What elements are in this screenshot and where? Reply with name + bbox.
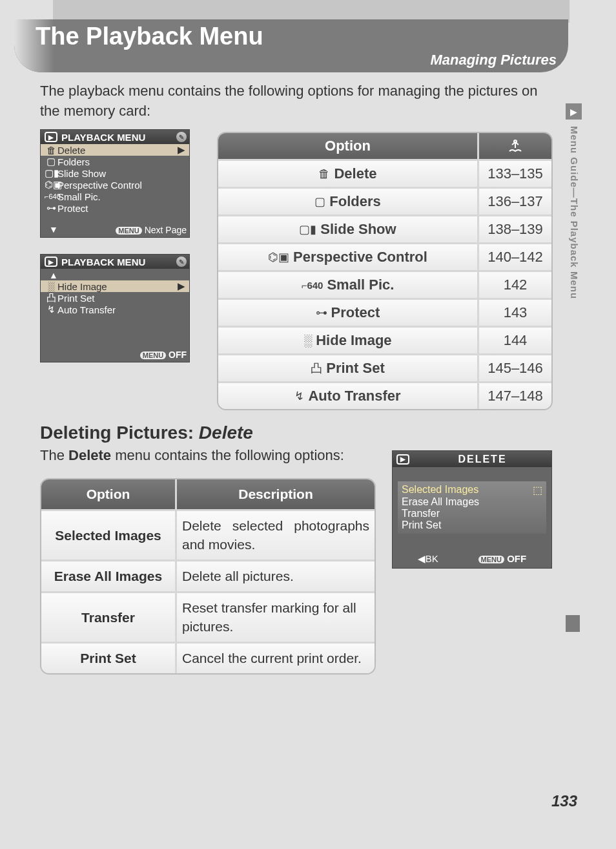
side-tab-label: Menu Guide—The Playback Menu xyxy=(567,126,580,299)
lcd1-foot-text: Next Page xyxy=(145,225,187,235)
lcd2-item-autotransfer[interactable]: ↯Auto Transfer xyxy=(41,304,189,315)
folder-icon: ▢ xyxy=(45,156,57,167)
opt-pages: 142 xyxy=(479,272,551,298)
hide-icon: ░ xyxy=(303,334,312,348)
t: Delete xyxy=(68,447,111,463)
chevron-right-icon: ▶ xyxy=(178,280,185,292)
del-desc: Cancel the current print or­der. xyxy=(177,644,375,673)
table-row: ⌐640Small Pic.142 xyxy=(218,270,551,298)
lcd2-titlebar: PLAYBACK MENU ✎ xyxy=(41,255,189,269)
lcd1-item-label: Protect xyxy=(57,203,88,214)
wrench-icon: ✎ xyxy=(176,132,187,142)
protect-icon: ⊶ xyxy=(316,306,327,320)
table-row: ⌬▣Perspective Control140–142 xyxy=(218,242,551,270)
playback-icon xyxy=(396,454,409,465)
table-row: TransferReset transfer marking for all p… xyxy=(41,591,375,642)
off-label: OFF xyxy=(507,553,526,564)
smallpic-icon: ⌐640 xyxy=(302,280,323,291)
chevron-down-icon: ▼ xyxy=(49,224,58,235)
back-label: ◀BK xyxy=(418,553,438,565)
lcd1-item-protect[interactable]: ⊶Protect xyxy=(41,202,189,214)
lcd-playback-1: PLAYBACK MENU ✎ 🗑 Delete ▶ ▢Folders ▢▮Sl… xyxy=(40,129,190,238)
chevron-right-icon: ▶ xyxy=(178,144,185,156)
opt-pages: 144 xyxy=(479,328,551,353)
opt-label: Small Pic. xyxy=(327,277,394,293)
section-heading-prefix: Deleting Pictures: xyxy=(40,423,199,443)
table-row: 🗑Delete133–135 xyxy=(218,159,551,187)
table-row: ▢Folders136–137 xyxy=(218,187,551,215)
del-opt: Transfer xyxy=(41,593,177,642)
menu-pill: MENU xyxy=(478,556,504,563)
lcd1-item-label: Perspective Control xyxy=(57,180,142,191)
smallpic-icon: ⌐640 xyxy=(45,193,57,200)
lcd3-titlebar: DELETE xyxy=(393,451,551,467)
lcd3-item-erase-all[interactable]: Erase All Images xyxy=(402,496,542,508)
protect-icon: ⊶ xyxy=(45,202,57,214)
opt-pages: 133–135 xyxy=(479,161,551,187)
del-opt: Erase All Images xyxy=(41,561,177,591)
lcd2-item-printset[interactable]: 凸Print Set xyxy=(41,292,189,304)
table-row: Print SetCancel the current print or­der… xyxy=(41,642,375,673)
lcd3-item-label: Selected Images xyxy=(402,484,478,496)
lcd-delete: DELETE Selected Images⬚ Erase All Images… xyxy=(392,450,552,569)
hide-icon: ░ xyxy=(45,281,57,292)
perspective-icon: ⌬▣ xyxy=(268,250,289,264)
opt-label: Delete xyxy=(334,165,376,182)
lcd3-item-selected-images[interactable]: Selected Images⬚ xyxy=(402,484,542,496)
thumb-tab xyxy=(566,615,580,632)
lcd3-item-label: Erase All Images xyxy=(402,496,479,508)
opt-label: Folders xyxy=(329,193,380,210)
playback-icon xyxy=(45,257,57,267)
lcd3-body: Selected Images⬚ Erase All Images Transf… xyxy=(398,481,546,534)
playback-icon: ▶ xyxy=(566,103,582,120)
lcd2-item-hideimage[interactable]: ░ Hide Image ▶ xyxy=(41,280,189,292)
opt-label: Perspective Control xyxy=(293,249,427,266)
lcd1-item-folders[interactable]: ▢Folders xyxy=(41,156,189,167)
options-table-head: Option xyxy=(218,133,551,159)
print-icon: 凸 xyxy=(311,361,322,376)
lcd1-footer: MENU Next Page xyxy=(116,225,187,235)
select-icon: ⬚ xyxy=(533,484,542,496)
lcd1-item-label: Folders xyxy=(57,156,90,167)
intro-paragraph: The playback menu contains the following… xyxy=(40,81,557,121)
opt-label: Protect xyxy=(331,304,380,321)
head-option: Option xyxy=(41,479,177,509)
slideshow-icon: ▢▮ xyxy=(299,222,316,236)
options-table: Option 🗑Delete133–135 ▢Folders136–137 ▢▮… xyxy=(217,132,553,410)
head-page-icon xyxy=(479,133,551,159)
opt-label: Print Set xyxy=(326,360,384,377)
lcd3-title: DELETE xyxy=(413,454,551,465)
slideshow-icon: ▢▮ xyxy=(45,167,57,179)
table-row: ↯Auto Transfer147–148 xyxy=(218,381,551,409)
lcd2-item-label: Print Set xyxy=(57,293,95,304)
opt-pages: 140–142 xyxy=(479,244,551,270)
lcd2-title: PLAYBACK MENU xyxy=(61,257,145,267)
lcd1-item-label: Small Pic. xyxy=(57,191,101,202)
transfer-icon: ↯ xyxy=(45,304,57,315)
lcd3-item-label: Transfer xyxy=(402,508,440,519)
lcd1-item-delete[interactable]: 🗑 Delete ▶ xyxy=(41,144,189,156)
section-intro: The Delete menu contains the following o… xyxy=(40,447,344,464)
opt-label: Slide Show xyxy=(320,221,396,238)
lcd1-item-slideshow[interactable]: ▢▮Slide Show xyxy=(41,167,189,179)
table-row: Erase All ImagesDelete all pictures. xyxy=(41,560,375,591)
manual-page: { "header": { "title": "The Playback Men… xyxy=(0,0,616,849)
del-opt: Selected Images xyxy=(41,511,177,560)
section-heading: Deleting Pictures: Delete xyxy=(40,423,253,443)
table-row: ░Hide Image144 xyxy=(218,326,551,353)
del-desc: Delete selected photo­graphs and movies. xyxy=(177,511,375,560)
lcd1-item-perspective[interactable]: ⌬▣Perspective Control xyxy=(41,179,189,191)
pageref-icon xyxy=(508,140,522,152)
lcd3-item-transfer[interactable]: Transfer xyxy=(402,508,542,519)
head-option: Option xyxy=(218,133,479,159)
lcd1-item-label: Delete xyxy=(57,145,85,156)
page-title: The Playback Menu xyxy=(36,23,263,50)
page-subtitle: Managing Pictures xyxy=(430,52,557,68)
wrench-icon: ✎ xyxy=(176,257,187,267)
lcd2-foot-text: OFF xyxy=(169,350,187,360)
perspective-icon: ⌬▣ xyxy=(45,179,57,191)
lcd1-item-smallpic[interactable]: ⌐640Small Pic. xyxy=(41,191,189,202)
lcd2-item-label: Auto Transfer xyxy=(57,304,116,315)
lcd3-item-printset[interactable]: Print Set xyxy=(402,519,542,531)
head-desc: Description xyxy=(177,479,375,509)
